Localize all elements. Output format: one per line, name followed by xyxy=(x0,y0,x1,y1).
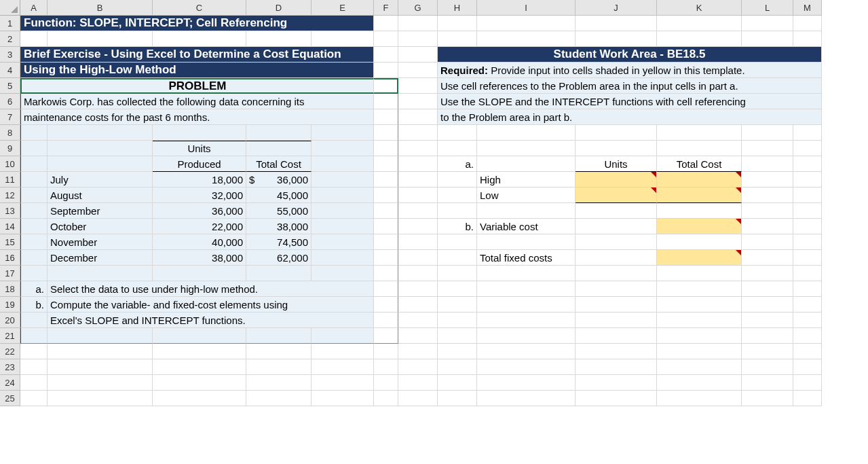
cell[interactable] xyxy=(477,281,575,297)
cell[interactable] xyxy=(312,172,374,188)
cell[interactable] xyxy=(575,359,657,375)
cell[interactable] xyxy=(48,266,153,281)
row-header-25[interactable]: 25 xyxy=(0,391,20,406)
cell[interactable] xyxy=(312,141,374,156)
cell[interactable] xyxy=(742,297,793,313)
cell[interactable] xyxy=(398,391,438,406)
cell[interactable] xyxy=(312,375,374,391)
cell[interactable] xyxy=(374,94,398,109)
cell[interactable] xyxy=(398,109,438,125)
cell[interactable] xyxy=(374,188,398,203)
row-header-24[interactable]: 24 xyxy=(0,375,20,391)
cell[interactable] xyxy=(20,156,48,172)
input-high-units[interactable] xyxy=(575,172,657,188)
cell[interactable] xyxy=(742,141,793,156)
cell[interactable] xyxy=(742,344,793,359)
cell[interactable] xyxy=(312,203,374,219)
cell[interactable] xyxy=(742,31,793,47)
cell[interactable] xyxy=(398,16,438,31)
select-all-corner[interactable] xyxy=(0,0,20,16)
row-header-18[interactable]: 18 xyxy=(0,281,20,297)
row-header-22[interactable]: 22 xyxy=(0,344,20,359)
cell[interactable] xyxy=(438,266,477,281)
cell[interactable] xyxy=(374,375,398,391)
cell[interactable] xyxy=(742,156,793,172)
cell[interactable] xyxy=(575,125,657,141)
cell[interactable] xyxy=(153,391,246,406)
cell[interactable] xyxy=(793,266,822,281)
row-header-23[interactable]: 23 xyxy=(0,359,20,375)
cell[interactable] xyxy=(153,328,246,344)
cell[interactable] xyxy=(398,47,438,63)
cell[interactable] xyxy=(438,125,477,141)
cell[interactable] xyxy=(312,266,374,281)
cell[interactable] xyxy=(793,156,822,172)
cell[interactable] xyxy=(374,172,398,188)
cell[interactable] xyxy=(48,344,153,359)
cell[interactable] xyxy=(793,234,822,250)
cell[interactable] xyxy=(742,359,793,375)
cell[interactable] xyxy=(312,31,374,47)
cell[interactable] xyxy=(793,188,822,203)
cell[interactable] xyxy=(48,391,153,406)
cell[interactable] xyxy=(312,359,374,375)
cell[interactable] xyxy=(153,31,246,47)
cell[interactable] xyxy=(398,94,438,109)
cell[interactable] xyxy=(477,141,575,156)
cell[interactable] xyxy=(20,188,48,203)
cell[interactable] xyxy=(575,141,657,156)
cell[interactable] xyxy=(438,391,477,406)
cell[interactable] xyxy=(374,203,398,219)
cell[interactable] xyxy=(153,375,246,391)
input-variable-cost[interactable] xyxy=(657,219,742,234)
cell[interactable] xyxy=(312,328,374,344)
cell[interactable] xyxy=(398,188,438,203)
cell[interactable] xyxy=(477,16,575,31)
cell[interactable] xyxy=(20,266,48,281)
cell[interactable] xyxy=(742,313,793,328)
col-header-F[interactable]: F xyxy=(374,0,398,16)
col-header-D[interactable]: D xyxy=(246,0,312,16)
cell[interactable] xyxy=(20,375,48,391)
cell[interactable] xyxy=(742,375,793,391)
cell[interactable] xyxy=(20,234,48,250)
cell[interactable] xyxy=(153,266,246,281)
cell[interactable] xyxy=(742,16,793,31)
cell[interactable] xyxy=(793,391,822,406)
cell[interactable] xyxy=(438,172,477,188)
cell[interactable] xyxy=(246,266,312,281)
cell[interactable] xyxy=(742,281,793,297)
cell[interactable] xyxy=(575,344,657,359)
row-header-8[interactable]: 8 xyxy=(0,125,20,141)
cell[interactable] xyxy=(398,359,438,375)
cell[interactable] xyxy=(153,359,246,375)
cell[interactable] xyxy=(374,281,398,297)
cell[interactable] xyxy=(793,203,822,219)
cell[interactable] xyxy=(657,125,742,141)
cell[interactable] xyxy=(742,266,793,281)
cell[interactable] xyxy=(398,313,438,328)
col-header-C[interactable]: C xyxy=(153,0,246,16)
cell[interactable] xyxy=(398,203,438,219)
cell[interactable] xyxy=(312,250,374,266)
cell[interactable] xyxy=(575,250,657,266)
cell[interactable] xyxy=(657,375,742,391)
cell[interactable] xyxy=(312,344,374,359)
cell[interactable] xyxy=(793,281,822,297)
cell[interactable] xyxy=(374,359,398,375)
cell[interactable] xyxy=(793,219,822,234)
row-header-20[interactable]: 20 xyxy=(0,313,20,328)
cell[interactable] xyxy=(575,31,657,47)
cell[interactable] xyxy=(374,78,398,94)
cell[interactable] xyxy=(153,125,246,141)
row-header-9[interactable]: 9 xyxy=(0,141,20,156)
cell[interactable] xyxy=(20,141,48,156)
cell[interactable] xyxy=(657,141,742,156)
cell[interactable] xyxy=(374,63,398,78)
cell[interactable] xyxy=(374,344,398,359)
cell[interactable] xyxy=(374,328,398,344)
cell[interactable] xyxy=(48,125,153,141)
cell[interactable] xyxy=(742,219,793,234)
cell[interactable] xyxy=(374,234,398,250)
cell[interactable] xyxy=(398,234,438,250)
